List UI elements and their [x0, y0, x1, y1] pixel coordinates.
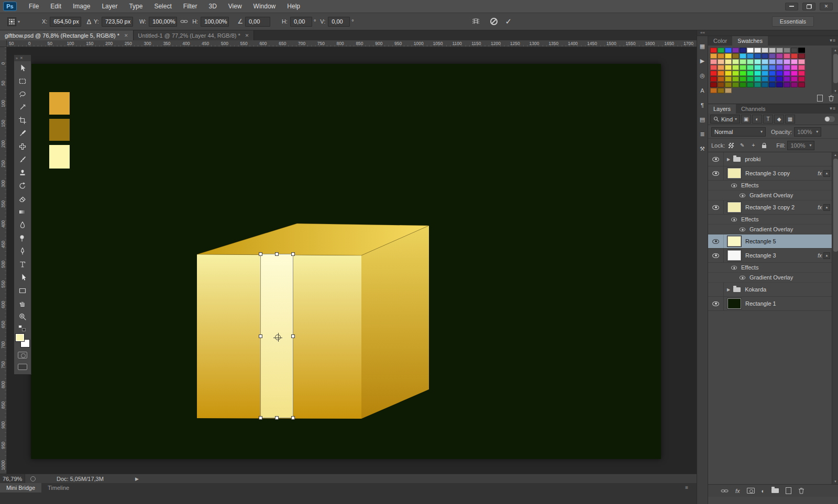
color-swatch[interactable]: [769, 82, 776, 87]
color-swatch[interactable]: [718, 71, 724, 76]
disclosure-triangle-icon[interactable]: ▶: [727, 287, 730, 292]
link-layers-icon[interactable]: [721, 488, 729, 494]
color-swatch[interactable]: [718, 88, 724, 93]
visibility-toggle[interactable]: [708, 297, 724, 310]
layer-row-rectangle-3[interactable]: Rectangle 3fx▴: [708, 249, 838, 263]
color-swatch[interactable]: [718, 59, 724, 64]
color-swatch[interactable]: [740, 76, 746, 82]
scroll-up-icon[interactable]: ▲: [834, 48, 837, 53]
color-swatch[interactable]: [740, 71, 746, 76]
transform-handle-e[interactable]: [291, 334, 295, 338]
color-swatch[interactable]: [710, 76, 717, 82]
visibility-toggle[interactable]: [729, 263, 738, 272]
document-tab-untitled-1[interactable]: Untitled-1 @ 77,2% (Layer 44, RGB/8) * ✕: [134, 30, 255, 40]
color-swatch[interactable]: [762, 59, 768, 64]
filter-kind-dropdown[interactable]: Kind ▾: [710, 115, 740, 124]
color-swatch[interactable]: [791, 53, 798, 59]
panel-menu-icon[interactable]: ▾≡: [830, 106, 836, 111]
zoom-level-field[interactable]: 76,79%: [0, 474, 25, 483]
color-swatch[interactable]: [725, 48, 732, 53]
layer-filter-toggle[interactable]: [824, 116, 835, 122]
foreground-color-swatch[interactable]: [15, 333, 25, 342]
color-swatch[interactable]: [798, 53, 805, 59]
lock-all-icon[interactable]: [759, 141, 769, 150]
color-swatch[interactable]: [747, 71, 754, 76]
rectangular-marquee-tool[interactable]: [14, 74, 31, 87]
quick-selection-tool[interactable]: [14, 100, 31, 114]
color-swatch[interactable]: [710, 59, 717, 64]
document-sizes-info[interactable]: Doc: 5,05M/17,3M: [57, 476, 104, 482]
pen-tool[interactable]: [14, 244, 31, 257]
color-swatch[interactable]: [732, 48, 739, 53]
collapse-effects-icon[interactable]: ▴: [823, 204, 830, 211]
layer-row-rectangle-3-copy-2[interactable]: Rectangle 3 copy 2fx▴: [708, 200, 838, 215]
color-swatch[interactable]: [732, 82, 739, 87]
dodge-tool[interactable]: [14, 231, 31, 244]
layer-row-effects[interactable]: Effects: [708, 263, 838, 273]
new-group-button[interactable]: [771, 488, 779, 493]
workspace-switcher-button[interactable]: Essentials: [772, 16, 814, 27]
color-swatch[interactable]: [762, 48, 768, 53]
path-selection-tool[interactable]: [14, 271, 31, 284]
layer-group-kokarda[interactable]: ▶Kokarda: [708, 283, 838, 297]
color-swatch[interactable]: [791, 59, 798, 64]
collapse-effects-icon[interactable]: ▴: [823, 252, 830, 259]
layer-row-rectangle-1[interactable]: Rectangle 1: [708, 297, 838, 311]
color-swatch[interactable]: [747, 59, 754, 64]
maintain-aspect-ratio-button[interactable]: [178, 16, 190, 27]
color-swatch[interactable]: [791, 65, 798, 70]
lasso-tool[interactable]: [14, 87, 31, 100]
scroll-up-icon[interactable]: ▲: [834, 152, 837, 158]
document-tab-giftbow[interactable]: giftbow.psd @ 76,8% (Rectangle 5, RGB/8)…: [0, 30, 134, 40]
color-swatch[interactable]: [747, 53, 754, 59]
clone-source-panel-icon[interactable]: ◎: [698, 71, 708, 81]
tab-layers[interactable]: Layers: [708, 104, 736, 114]
color-swatch[interactable]: [798, 82, 805, 87]
filter-pixel-layers-icon[interactable]: ▣: [741, 115, 751, 124]
color-swatch[interactable]: [754, 71, 761, 76]
paragraph-panel-icon[interactable]: ¶: [698, 100, 708, 110]
visibility-toggle[interactable]: [708, 152, 724, 166]
delete-layer-trash-icon[interactable]: [798, 487, 804, 494]
color-swatch[interactable]: [784, 53, 790, 59]
color-swatch[interactable]: [791, 48, 798, 53]
rectangle-tool[interactable]: [14, 284, 31, 297]
color-swatch[interactable]: [776, 71, 783, 76]
transform-handle-n[interactable]: [275, 252, 279, 256]
height-field[interactable]: 100,00%: [201, 17, 229, 27]
color-swatch[interactable]: [798, 59, 805, 64]
visibility-toggle[interactable]: [708, 200, 724, 214]
quick-mask-mode-button[interactable]: [18, 352, 27, 359]
color-swatch[interactable]: [725, 53, 732, 59]
visibility-toggle[interactable]: [729, 181, 738, 190]
color-swatch[interactable]: [776, 59, 783, 64]
opacity-field[interactable]: 100% ▾: [794, 127, 821, 137]
new-swatch-button[interactable]: [817, 95, 823, 102]
color-swatch[interactable]: [762, 53, 768, 59]
add-layer-mask-button[interactable]: [747, 488, 755, 494]
reference-point-locator[interactable]: ▾: [7, 17, 20, 26]
color-swatch[interactable]: [732, 65, 739, 70]
color-swatch[interactable]: [791, 76, 798, 82]
menu-type[interactable]: Type: [123, 0, 148, 13]
eyedropper-tool[interactable]: [14, 127, 31, 140]
color-swatch[interactable]: [747, 82, 754, 87]
scroll-down-icon[interactable]: ▼: [834, 88, 837, 94]
restore-window-button[interactable]: [802, 3, 815, 10]
color-swatch[interactable]: [718, 82, 724, 87]
color-swatch[interactable]: [718, 76, 724, 82]
color-swatch[interactable]: [769, 71, 776, 76]
vertical-ruler[interactable]: 0501001502002503003504004505005506006507…: [0, 47, 7, 474]
color-swatch[interactable]: [710, 48, 717, 53]
transform-handle-nw[interactable]: [259, 252, 262, 256]
x-position-field[interactable]: 654,50 px: [50, 17, 81, 27]
color-swatch[interactable]: [791, 82, 798, 87]
panel-menu-icon[interactable]: ▾≡: [830, 38, 836, 43]
color-swatch[interactable]: [784, 82, 790, 87]
visibility-toggle[interactable]: [708, 249, 724, 262]
color-swatch[interactable]: [747, 76, 754, 82]
width-field[interactable]: 100,00%: [149, 17, 177, 27]
color-swatch[interactable]: [747, 48, 754, 53]
v-skew-field[interactable]: 0,00: [328, 17, 350, 27]
disclosure-triangle-icon[interactable]: ▶: [727, 157, 730, 162]
